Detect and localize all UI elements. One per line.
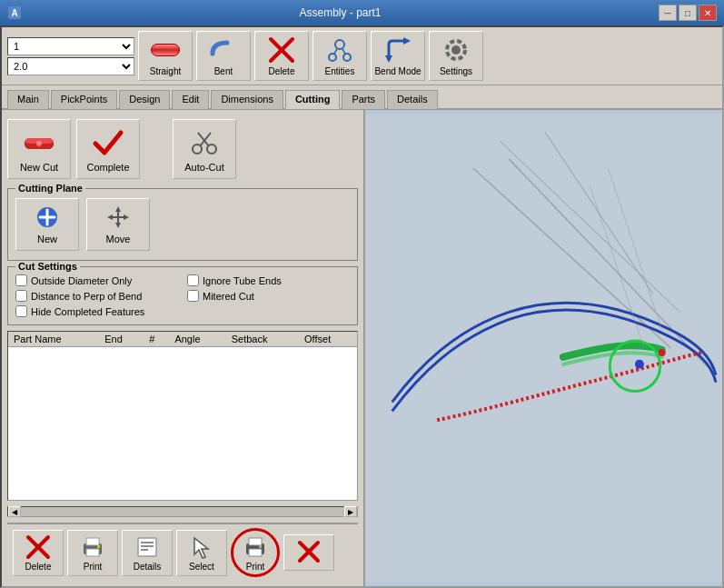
combo-group: 1 2.0: [7, 37, 134, 75]
settings-gear-icon: [441, 35, 471, 65]
print-icon: [80, 534, 105, 560]
svg-marker-26: [115, 206, 121, 212]
viewport[interactable]: [365, 110, 722, 586]
tab-cutting[interactable]: Cutting: [285, 90, 340, 109]
hide-completed-item: Hide Completed Features: [15, 305, 178, 317]
new-cut-label: New Cut: [20, 162, 58, 173]
scissors-icon: [188, 125, 221, 158]
bent-button[interactable]: Bent: [196, 31, 251, 81]
cutting-plane-title: Cutting Plane: [15, 183, 85, 194]
combo-2[interactable]: 2.0: [7, 57, 134, 75]
svg-marker-28: [107, 214, 113, 220]
new-plane-button[interactable]: New: [15, 198, 79, 251]
outside-diameter-checkbox[interactable]: [15, 274, 27, 286]
delete-red-x-icon: [25, 534, 51, 560]
mitered-cut-item: Mitered Cut: [187, 290, 350, 302]
cancel-button[interactable]: [283, 534, 334, 571]
left-panel: New Cut Complete: [2, 110, 365, 586]
svg-marker-40: [194, 538, 208, 558]
delete-label: Delete: [269, 66, 295, 76]
cancel-x-icon: [296, 539, 322, 564]
mitered-cut-checkbox[interactable]: [187, 290, 199, 302]
auto-cut-label: Auto-Cut: [184, 162, 223, 173]
title-bar: A Assembly - part1 ─ □ ✕: [0, 0, 724, 25]
straight-label: Straight: [150, 66, 181, 76]
window-controls[interactable]: ─ □ ✕: [659, 5, 717, 21]
svg-marker-10: [385, 55, 392, 63]
col-setback: Setback: [226, 332, 299, 347]
new-plane-label: New: [37, 234, 57, 244]
svg-rect-34: [86, 538, 99, 545]
ignore-tube-ends-item: Ignore Tube Ends: [187, 274, 350, 286]
bent-tube-icon: [209, 35, 238, 65]
complete-check-icon: [92, 125, 124, 158]
horizontal-scrollbar[interactable]: ◀ ▶: [7, 506, 358, 517]
new-cut-button[interactable]: New Cut: [7, 119, 71, 179]
details-button[interactable]: Details: [122, 530, 173, 576]
new-cut-icon: [23, 125, 55, 158]
tab-parts[interactable]: Parts: [342, 90, 385, 109]
bend-mode-label: Bend Mode: [374, 66, 421, 76]
bent-label: Bent: [214, 66, 233, 76]
minimize-button[interactable]: ─: [659, 5, 677, 21]
svg-marker-9: [403, 37, 411, 45]
tab-details[interactable]: Details: [387, 90, 438, 109]
data-table[interactable]: Part Name End # Angle Setback Offset: [7, 331, 358, 501]
tab-main[interactable]: Main: [7, 90, 49, 109]
entities-icon: [325, 35, 354, 65]
tab-edit[interactable]: Edit: [172, 90, 209, 109]
scroll-left-button[interactable]: ◀: [8, 506, 21, 517]
print-button[interactable]: Print: [67, 530, 118, 576]
svg-rect-47: [365, 115, 722, 583]
move-plane-button[interactable]: Move: [86, 198, 150, 251]
delete-bottom-button[interactable]: Delete: [13, 530, 64, 576]
main-window: 1 2.0 Straight Bent: [0, 25, 724, 588]
bottom-toolbar: Delete Print: [7, 523, 358, 581]
distance-to-perp-checkbox[interactable]: [15, 290, 27, 302]
bend-mode-button[interactable]: Bend Mode: [371, 31, 425, 81]
col-offset: Offset: [299, 332, 357, 347]
details-icon: [134, 534, 160, 560]
hide-completed-checkbox[interactable]: [15, 305, 27, 317]
print-highlighted-button[interactable]: Print: [231, 528, 280, 577]
svg-point-4: [335, 40, 344, 49]
maximize-button[interactable]: □: [679, 5, 697, 21]
col-part-name: Part Name: [8, 332, 99, 347]
content-area: New Cut Complete: [2, 110, 722, 586]
hide-completed-label: Hide Completed Features: [31, 306, 144, 317]
tab-dimensions[interactable]: Dimensions: [211, 90, 283, 109]
entities-label: Entities: [325, 66, 355, 76]
svg-point-16: [36, 141, 42, 146]
delete-toolbar-button[interactable]: Delete: [254, 31, 309, 81]
close-button[interactable]: ✕: [699, 5, 717, 21]
select-cursor-icon: [189, 534, 214, 560]
straight-button[interactable]: Straight: [138, 31, 193, 81]
settings-label: Settings: [440, 66, 472, 76]
svg-rect-42: [249, 549, 262, 556]
print-label: Print: [84, 562, 103, 572]
tab-design[interactable]: Design: [119, 90, 170, 109]
delete-x-icon: [267, 35, 296, 65]
ignore-tube-ends-label: Ignore Tube Ends: [203, 275, 282, 286]
checkbox-grid: Outside Diameter Only Ignore Tube Ends D…: [15, 274, 350, 317]
svg-line-8: [342, 49, 345, 54]
complete-button[interactable]: Complete: [76, 119, 140, 179]
ignore-tube-ends-checkbox[interactable]: [187, 274, 199, 286]
scroll-track[interactable]: [21, 507, 344, 516]
svg-rect-36: [138, 538, 156, 556]
main-toolbar: 1 2.0 Straight Bent: [2, 27, 722, 85]
cutting-plane-buttons: New Move: [15, 196, 350, 253]
svg-rect-33: [86, 549, 99, 556]
col-num: #: [144, 332, 169, 347]
tab-pickpoints[interactable]: PickPoints: [51, 90, 117, 109]
distance-to-perp-label: Distance to Perp of Bend: [31, 291, 142, 302]
svg-marker-27: [115, 223, 121, 228]
select-button[interactable]: Select: [176, 530, 227, 576]
auto-cut-button[interactable]: Auto-Cut: [173, 119, 236, 179]
scroll-right-button[interactable]: ▶: [344, 506, 357, 517]
complete-label: Complete: [86, 162, 129, 173]
entities-button[interactable]: Entities: [312, 31, 367, 81]
combo-1[interactable]: 1: [7, 37, 134, 55]
settings-button[interactable]: Settings: [429, 31, 483, 81]
svg-rect-35: [97, 545, 100, 548]
